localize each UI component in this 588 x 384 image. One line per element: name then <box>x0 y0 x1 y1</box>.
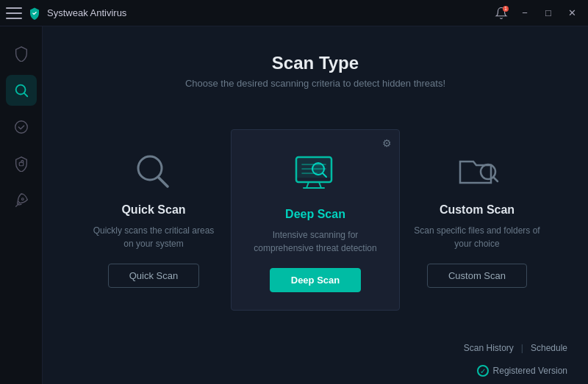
maximize-button[interactable]: □ <box>538 3 559 23</box>
sidebar-item-security[interactable] <box>6 148 37 179</box>
sidebar-item-status[interactable] <box>6 112 37 142</box>
registered-version-label: Registered Version <box>493 366 567 376</box>
registered-check-icon: ✓ <box>477 365 489 377</box>
custom-scan-card: Custom Scan Scan specific files and fold… <box>400 134 554 305</box>
app-title: Systweak Antivirus <box>47 7 126 18</box>
sidebar-item-protection[interactable] <box>6 38 37 69</box>
page-title: Scan Type <box>57 53 573 73</box>
schedule-link[interactable]: Schedule <box>531 343 567 353</box>
minimize-button[interactable]: − <box>514 3 535 23</box>
custom-scan-title: Custom Scan <box>440 203 514 217</box>
notification-badge-count: 1 <box>503 6 509 12</box>
svg-point-1 <box>15 121 27 134</box>
rocket-icon <box>13 192 29 209</box>
app-logo-icon <box>28 7 41 20</box>
main-layout: Scan Type Choose the desired scanning cr… <box>0 26 588 384</box>
title-bar: Systweak Antivirus 1 − □ ✕ <box>0 0 588 26</box>
scan-history-link[interactable]: Scan History <box>464 343 514 353</box>
quick-scan-description: Quickly scans the critical areas on your… <box>88 224 219 250</box>
deep-scan-button[interactable]: Deep Scan <box>270 268 361 292</box>
title-bar-controls: 1 − □ ✕ <box>491 3 582 23</box>
svg-rect-2 <box>19 162 24 166</box>
footer-nav: Scan History | Schedule <box>464 343 567 353</box>
deep-scan-icon <box>290 153 341 198</box>
checkmark-icon <box>13 119 29 135</box>
custom-scan-description: Scan specific files and folders of your … <box>412 224 542 250</box>
sidebar <box>0 26 43 384</box>
notification-button[interactable]: 1 <box>491 3 512 23</box>
content-area: Scan Type Choose the desired scanning cr… <box>43 26 588 384</box>
deep-scan-title: Deep Scan <box>285 208 345 221</box>
footer-divider: | <box>521 343 523 353</box>
quick-scan-card: Quick Scan Quickly scans the critical ar… <box>76 134 231 305</box>
sidebar-item-scan[interactable] <box>6 75 37 106</box>
page-subtitle: Choose the desired scanning criteria to … <box>57 78 573 89</box>
page-header: Scan Type Choose the desired scanning cr… <box>43 26 588 104</box>
settings-icon[interactable]: ⚙ <box>382 137 392 149</box>
sidebar-item-performance[interactable] <box>6 185 37 216</box>
scan-cards-container: Quick Scan Quickly scans the critical ar… <box>43 104 588 336</box>
deep-scan-description: Intensive scanning for comprehensive thr… <box>243 228 387 255</box>
quick-scan-icon <box>128 149 179 193</box>
deep-scan-card: ⚙ Deep Sc <box>231 129 400 311</box>
custom-scan-button[interactable]: Custom Scan <box>427 264 527 288</box>
search-icon <box>13 82 29 98</box>
close-button[interactable]: ✕ <box>562 3 582 23</box>
svg-point-3 <box>21 198 24 200</box>
title-bar-left: Systweak Antivirus <box>6 7 126 20</box>
shield-lock-icon <box>13 156 29 172</box>
hamburger-menu[interactable] <box>6 7 22 19</box>
registered-version: ✓ Registered Version <box>43 361 588 384</box>
shield-icon <box>13 46 29 62</box>
quick-scan-button[interactable]: Quick Scan <box>108 264 199 288</box>
footer-links: Scan History | Schedule <box>43 336 588 361</box>
quick-scan-title: Quick Scan <box>121 203 185 217</box>
custom-scan-icon <box>451 149 503 193</box>
